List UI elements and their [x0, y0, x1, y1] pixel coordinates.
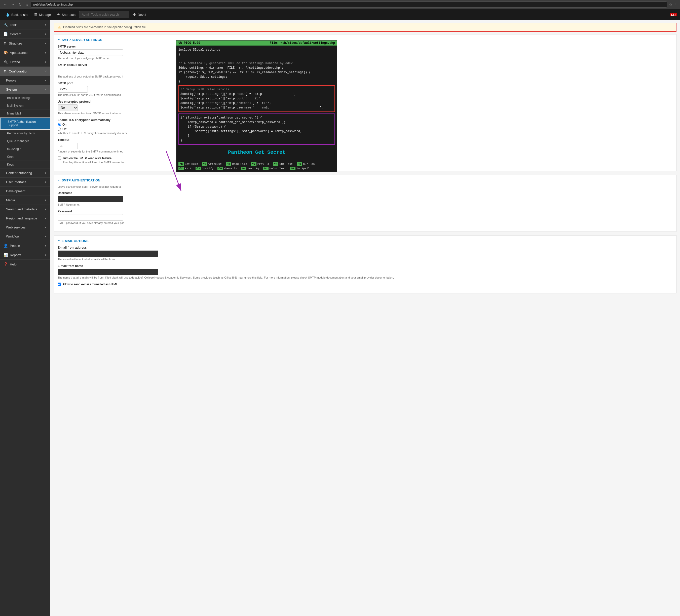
sidebar-item-people-sub[interactable]: People ▼ — [0, 76, 50, 85]
sidebar-item-region-and-language[interactable]: Region and language ▼ — [0, 214, 50, 223]
sidebar-item-r4032login[interactable]: r4032login — [0, 145, 50, 153]
smtp-port-label: SMTP port — [58, 82, 673, 85]
password-group: Password SMTP password. If you have alre… — [58, 209, 673, 224]
sidebar-item-permissions-by-term[interactable]: Permissions by Term — [0, 130, 50, 137]
sidebar-item-web-services[interactable]: Web services ▼ — [0, 223, 50, 232]
username-help: SMTP Username. — [58, 203, 673, 206]
address-bar[interactable]: web/sites/default/settings.php — [31, 1, 667, 7]
smtp-server-input[interactable] — [58, 49, 123, 56]
sidebar-item-content[interactable]: 📄 Content ▼ — [0, 29, 50, 39]
sidebar-item-structure[interactable]: ⚙ Structure ▼ — [0, 39, 50, 48]
browser-action-icons: ☆ ⋮ — [669, 3, 678, 6]
nav-home-button[interactable]: ⌂ — [25, 1, 29, 7]
footer-writeout: ^O WriteOut — [200, 162, 224, 166]
toolbar-search-input[interactable] — [79, 11, 130, 18]
from-address-input[interactable] — [58, 250, 158, 257]
configuration-close-icon[interactable]: ✕ — [44, 69, 47, 73]
keepalive-checkbox-item: Turn on the SMTP keep alive feature — [58, 157, 673, 160]
nav-refresh-button[interactable]: ↻ — [18, 1, 23, 7]
smtp-backup-input[interactable] — [58, 68, 123, 74]
content-chevron: ▼ — [44, 33, 47, 35]
username-input[interactable] — [58, 196, 123, 202]
devel-icon: ⚙ — [133, 12, 136, 17]
sidebar-item-search-and-metadata[interactable]: Search and metadata ▼ — [0, 205, 50, 214]
sidebar-item-help[interactable]: ❓ Help — [0, 260, 50, 269]
people-bottom-chevron: ▼ — [44, 244, 47, 247]
nav-back-button[interactable]: ← — [2, 1, 8, 7]
terminal-red-line-4: $config['smtp.settings']['smtp_protocol'… — [180, 101, 333, 106]
terminal-overlay: UW PICO 5.09 File: web/sites/default/set… — [176, 40, 337, 172]
sidebar-item-people-bottom[interactable]: 👤 People ▼ — [0, 241, 50, 250]
user-interface-label: User interface — [6, 180, 26, 184]
timeout-input[interactable] — [58, 143, 78, 149]
terminal-line-8: } — [178, 79, 335, 84]
use-encrypted-help: This allows connection to an SMTP server… — [58, 112, 673, 115]
sidebar-item-media[interactable]: Media ▼ — [0, 196, 50, 205]
lcp-badge: 3.63 — [670, 13, 677, 16]
system-close-icon[interactable]: ✕ — [44, 88, 47, 91]
sidebar-item-content-authoring[interactable]: Content authoring ▼ — [0, 169, 50, 178]
people-bottom-label: People — [10, 244, 20, 248]
sidebar-item-development[interactable]: Development — [0, 187, 50, 196]
password-input[interactable] — [58, 214, 123, 221]
terminal-red-line-2: $config['smtp.settings']['smtp_host'] = … — [180, 92, 333, 96]
sidebar-item-workflow[interactable]: Workflow ▼ — [0, 232, 50, 241]
devel-button[interactable]: ⚙ Devel — [130, 11, 148, 18]
sidebar-item-extend[interactable]: 🔌 Extend ▼ — [0, 57, 50, 67]
terminal-line-4: // Automatically generated include for s… — [178, 61, 335, 66]
terminal-footer-row-2: ^X Exit ^J Justify ^W Where is ^V Next P… — [176, 166, 337, 171]
tls-on-radio[interactable] — [58, 123, 61, 126]
sidebar-item-appearance[interactable]: 🎨 Appearance ▼ — [0, 48, 50, 57]
sidebar-content-label: Content — [10, 32, 21, 36]
star-icon[interactable]: ☆ — [669, 3, 672, 6]
footer-justify: ^J Justify — [194, 166, 216, 171]
use-encrypted-select[interactable]: No SSL TLS — [58, 105, 78, 111]
from-name-input[interactable] — [58, 269, 158, 275]
shortcuts-button[interactable]: ★ Shortcuts — [54, 11, 78, 18]
r4032login-label: r4032login — [7, 147, 21, 151]
sidebar-item-queue-manager[interactable]: Queue manager — [0, 137, 50, 145]
sidebar-item-tools[interactable]: 🔧 Tools ▼ — [0, 20, 50, 29]
username-group: Username SMTP Username. — [58, 191, 673, 206]
allow-html-label: Allow to send e-mails formatted as HTML — [62, 283, 117, 286]
menu-icon[interactable]: ⋮ — [674, 3, 678, 6]
keepalive-checkbox[interactable] — [58, 157, 61, 160]
terminal-red-line-3: $config['smtp.settings']['smtp_port'] = … — [180, 96, 333, 101]
smtp-server-label: SMTP server — [58, 45, 673, 48]
sidebar-item-reports[interactable]: 📊 Reports ▼ — [0, 250, 50, 260]
terminal-purple-block: if (function_exists('pantheon_get_secret… — [178, 113, 335, 145]
tls-on-item: On — [58, 123, 673, 126]
pantheon-label: Pantheon Get Secret — [178, 146, 335, 159]
tls-radio-group: On Off — [58, 123, 673, 131]
terminal-footer: ^G Get Help ^O WriteOut ^R Read File ^Y … — [176, 161, 337, 172]
allow-html-checkbox[interactable] — [58, 283, 61, 286]
footer-cut-text: ^K Cut Text — [271, 162, 295, 166]
sidebar-item-cron[interactable]: Cron — [0, 153, 50, 161]
drupal-icon: 💧 — [5, 12, 10, 17]
use-encrypted-label: Use encrypted protocol — [58, 100, 673, 104]
warning-bar: ⚠ Disabled fields are overridden in site… — [54, 23, 677, 32]
tls-off-radio[interactable] — [58, 128, 61, 131]
enable-tls-label: Enable TLS encryption automatically — [58, 118, 673, 122]
allow-html-checkbox-item: Allow to send e-mails formatted as HTML — [58, 283, 673, 286]
sidebar-item-smtp-auth-support[interactable]: SMTP Authentication Support — [0, 117, 50, 130]
sidebar-item-basic-site-settings[interactable]: Basic site settings — [0, 94, 50, 102]
footer-to-spell: ^T To Spell — [288, 166, 312, 171]
back-to-site-button[interactable]: 💧 Back to site — [3, 11, 31, 18]
sidebar-item-system[interactable]: System ✕ — [0, 85, 50, 94]
people-bottom-icon: 👤 — [3, 244, 8, 248]
sidebar-item-keys[interactable]: Keys — [0, 161, 50, 169]
enable-tls-group: Enable TLS encryption automatically On O… — [58, 118, 673, 135]
sidebar-item-configuration[interactable]: ⚙ Configuration ✕ — [0, 67, 50, 76]
timeout-label: Timeout — [58, 138, 673, 142]
sidebar-item-user-interface[interactable]: User interface ▼ — [0, 178, 50, 187]
sidebar-system-label: System — [6, 88, 17, 91]
smtp-port-input[interactable] — [58, 86, 88, 92]
manage-button[interactable]: ☰ Manage — [32, 11, 53, 18]
from-address-label: E-mail from address — [58, 246, 673, 249]
nav-forward-button[interactable]: → — [10, 1, 16, 7]
sidebar-extend-label: Extend — [10, 60, 20, 64]
sidebar-item-mail-system[interactable]: Mail System — [0, 102, 50, 110]
sidebar-item-mime-mail[interactable]: Mime Mail — [0, 110, 50, 117]
footer-cur-pos: ^C Cur Pos — [295, 162, 317, 166]
